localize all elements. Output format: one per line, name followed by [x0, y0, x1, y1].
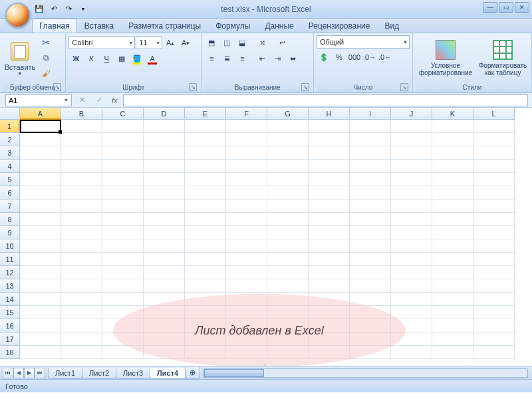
cell[interactable]: [267, 213, 309, 226]
cell[interactable]: [102, 173, 144, 186]
cell[interactable]: [102, 319, 144, 332]
cell[interactable]: [185, 266, 226, 279]
cell[interactable]: [391, 346, 432, 359]
cell[interactable]: [391, 160, 432, 173]
cell[interactable]: [350, 213, 391, 226]
cell[interactable]: [432, 306, 473, 319]
cell[interactable]: [309, 293, 350, 306]
close-button[interactable]: ✕: [515, 2, 529, 13]
align-top-button[interactable]: ⬒: [204, 35, 219, 50]
cell[interactable]: [473, 346, 515, 359]
paste-button[interactable]: Вставить ▼: [3, 35, 37, 80]
increase-indent-button[interactable]: ⇥: [270, 51, 285, 66]
cell[interactable]: [309, 186, 350, 200]
cell[interactable]: [61, 332, 102, 346]
office-button[interactable]: [5, 3, 31, 28]
copy-button[interactable]: ⧉: [39, 51, 53, 65]
cell[interactable]: [102, 253, 144, 266]
cell[interactable]: [185, 319, 226, 332]
cell[interactable]: [226, 279, 267, 293]
cell[interactable]: [267, 133, 309, 146]
cell[interactable]: [432, 253, 473, 266]
number-format-combo[interactable]: Общий▼: [317, 35, 410, 49]
cell[interactable]: [102, 133, 144, 146]
cell[interactable]: [144, 200, 185, 213]
cell[interactable]: [350, 346, 391, 359]
cell[interactable]: [473, 173, 515, 186]
italic-button[interactable]: К: [84, 51, 98, 66]
cell[interactable]: [144, 146, 185, 160]
cell[interactable]: [391, 279, 432, 293]
format-as-table-button[interactable]: Форматировать как таблицу: [477, 35, 529, 80]
minimize-button[interactable]: —: [483, 2, 497, 13]
cell[interactable]: [267, 226, 309, 239]
cell[interactable]: [267, 146, 309, 160]
row-header-8[interactable]: 8: [0, 213, 20, 226]
cell[interactable]: [432, 332, 473, 346]
cell[interactable]: [473, 200, 515, 213]
font-color-button[interactable]: A: [145, 51, 160, 66]
cell[interactable]: [309, 253, 350, 266]
cell[interactable]: [20, 253, 61, 266]
cell[interactable]: [144, 173, 185, 186]
cell[interactable]: [350, 293, 391, 306]
cell[interactable]: [473, 253, 515, 266]
cell[interactable]: [185, 120, 226, 133]
cell[interactable]: [102, 346, 144, 359]
align-right-button[interactable]: ≡: [235, 51, 249, 66]
cell[interactable]: [432, 160, 473, 173]
cell[interactable]: [432, 319, 473, 332]
cell[interactable]: [391, 266, 432, 279]
cell[interactable]: [432, 133, 473, 146]
column-header-H[interactable]: H: [309, 108, 350, 120]
cell[interactable]: [102, 239, 144, 253]
bold-button[interactable]: Ж: [68, 51, 83, 66]
cell[interactable]: [432, 266, 473, 279]
sheet-nav-next[interactable]: ▶: [24, 368, 35, 378]
tab-formulas[interactable]: Формулы: [208, 19, 257, 33]
cell[interactable]: [309, 332, 350, 346]
sheet-tab-3[interactable]: Лист3: [116, 368, 150, 379]
cell[interactable]: [185, 346, 226, 359]
conditional-formatting-button[interactable]: Условное форматирование: [416, 35, 475, 80]
cell[interactable]: [267, 173, 309, 186]
cell[interactable]: [432, 293, 473, 306]
cell[interactable]: [226, 120, 267, 133]
row-header-16[interactable]: 16: [0, 319, 20, 332]
sheet-nav-prev[interactable]: ◀: [13, 368, 24, 378]
cell[interactable]: [226, 253, 267, 266]
cell[interactable]: [267, 306, 309, 319]
cell[interactable]: [144, 253, 185, 266]
cell[interactable]: [309, 173, 350, 186]
cell[interactable]: [473, 319, 515, 332]
font-name-combo[interactable]: Calibri▼: [68, 36, 135, 49]
cells-area[interactable]: [20, 120, 532, 366]
cell[interactable]: [20, 186, 61, 200]
wrap-text-button[interactable]: ↩: [275, 35, 289, 50]
cell[interactable]: [185, 253, 226, 266]
cell[interactable]: [20, 226, 61, 239]
cell[interactable]: [20, 266, 61, 279]
number-launcher[interactable]: ↘: [400, 83, 408, 91]
cell[interactable]: [350, 319, 391, 332]
cell[interactable]: [20, 306, 61, 319]
cell[interactable]: [309, 279, 350, 293]
cell[interactable]: [226, 346, 267, 359]
cell[interactable]: [185, 160, 226, 173]
cell[interactable]: [144, 266, 185, 279]
cell[interactable]: [61, 319, 102, 332]
cell[interactable]: [350, 253, 391, 266]
cell[interactable]: [185, 306, 226, 319]
cell[interactable]: [61, 173, 102, 186]
cell[interactable]: [350, 306, 391, 319]
column-header-A[interactable]: A: [20, 108, 61, 120]
cell[interactable]: [309, 306, 350, 319]
cell[interactable]: [432, 279, 473, 293]
name-box[interactable]: A1▼: [5, 94, 72, 106]
cell[interactable]: [185, 186, 226, 200]
column-header-E[interactable]: E: [185, 108, 226, 120]
cell[interactable]: [185, 239, 226, 253]
cell[interactable]: [267, 293, 309, 306]
cell[interactable]: [473, 306, 515, 319]
column-header-B[interactable]: B: [61, 108, 102, 120]
